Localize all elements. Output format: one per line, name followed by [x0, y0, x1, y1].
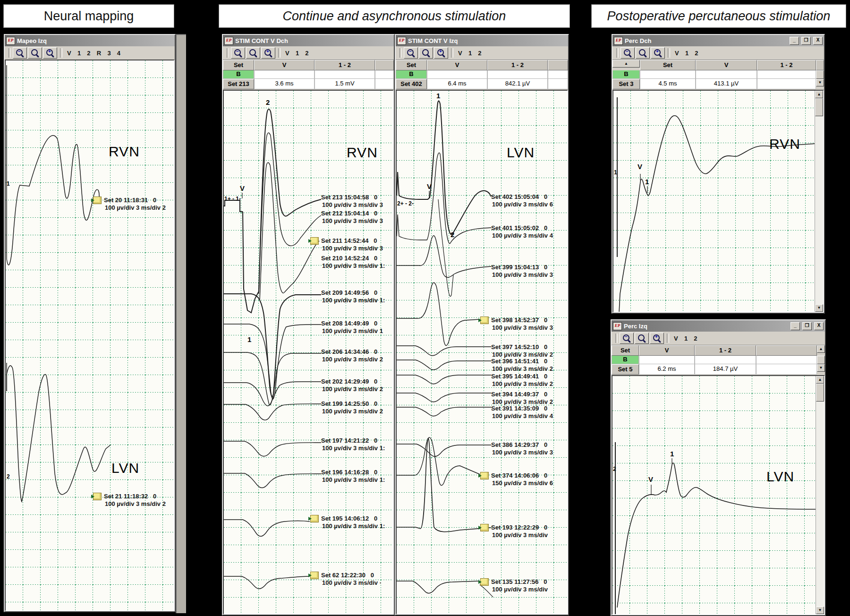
note-marker-icon[interactable]: [480, 578, 489, 586]
set-row-label[interactable]: Set 3: [612, 79, 640, 89]
latency-value: 6.4 ms: [427, 79, 487, 89]
annotation-scale-line: 100 µv/div 3 ms/div 6: [492, 201, 553, 208]
baseline-amp-cell: [696, 70, 757, 79]
col-header-v: V: [696, 60, 757, 70]
zoom-out-button[interactable]: −: [620, 333, 634, 344]
minimize-button[interactable]: _: [790, 322, 800, 330]
mapeo-plot-area[interactable]: 1 2 RVN LVN Set 20 11:18:31 0100 µv/div …: [5, 60, 175, 611]
zoom-out-button[interactable]: −: [231, 47, 245, 59]
mapeo-toolbar: − + V 1 2 R 3 4: [5, 46, 175, 60]
amplitude-value: 1.5 mV: [314, 79, 375, 89]
table-scroll-thumb[interactable]: [817, 356, 825, 364]
note-marker-icon[interactable]: [480, 317, 489, 324]
set-row-label[interactable]: Set 5: [612, 364, 639, 375]
perc-dch-grid-and-trace: [613, 91, 815, 313]
scroll-down-button[interactable]: ▼: [815, 304, 823, 312]
col-header-set: Set: [396, 60, 427, 70]
zoom-reset-button[interactable]: [28, 47, 42, 59]
close-button[interactable]: X: [814, 322, 824, 330]
zoom-out-button[interactable]: −: [620, 47, 635, 59]
perc-dch-toolbar: − + V 1 2: [612, 46, 824, 60]
perc-izq-measurement-table: Set V 1 - 2 ▲ B Set 5 6.2 ms 184.7 µV ▼: [612, 345, 825, 375]
set-blank-cell: [756, 364, 817, 375]
zoom-in-button[interactable]: +: [434, 47, 448, 59]
trace-annotation: Set 197 14:21:22 0100 µv/div 3 ms/div 1:: [321, 437, 385, 452]
note-marker-icon[interactable]: [310, 237, 319, 245]
note-marker-icon[interactable]: [310, 515, 319, 522]
perc-dch-titlebar[interactable]: EP Perc Dch _ ❐ X: [612, 35, 824, 46]
baseline-v-cell: [254, 70, 314, 79]
scroll-down-button[interactable]: ▼: [816, 607, 824, 614]
zoom-in-button[interactable]: +: [43, 47, 57, 59]
trough-2-marker: 2: [450, 231, 454, 239]
perc-dch-plot-area[interactable]: V 1 1 RVN ▲ ▼: [612, 90, 824, 313]
note-marker-icon[interactable]: [310, 572, 319, 579]
scroll-thumb[interactable]: [815, 98, 823, 116]
zoom-in-button[interactable]: +: [650, 333, 664, 344]
table-scroll-down-button[interactable]: ▼: [816, 79, 824, 86]
zoom-reset-button[interactable]: [419, 47, 433, 59]
annotation-scale-line: 100 µv/div 3 ms/div 3: [492, 324, 553, 332]
zoom-in-button[interactable]: +: [651, 47, 665, 59]
note-marker-icon[interactable]: [93, 493, 102, 500]
zoom-out-button[interactable]: −: [13, 47, 27, 59]
maximize-button[interactable]: ❐: [801, 37, 811, 45]
note-marker-icon[interactable]: [480, 472, 489, 479]
window-perc-izq: EP Perc Izq _ ❐ X − + V 1 2 Set V 1 - 2 …: [611, 319, 826, 616]
v-marker: V: [240, 184, 245, 192]
scroll-up-button[interactable]: ▲: [816, 376, 824, 384]
zoom-reset-button[interactable]: [636, 47, 650, 59]
annotation-scale-line: 100 µv/div 3 ms/div 3: [322, 201, 383, 209]
col-header-set: Set: [612, 345, 639, 356]
channel-buttons[interactable]: V 1 2: [285, 50, 310, 57]
stim-dch-toolbar: − + V 1 2: [223, 46, 394, 60]
set-row-label[interactable]: Set 213: [223, 79, 254, 89]
toolbar-separator: [667, 334, 669, 343]
perc-izq-plot-area[interactable]: V 1 2 LVN ▲ ▼: [612, 375, 825, 615]
stim-dch-titlebar[interactable]: EP STIM CONT V Dch: [223, 35, 394, 46]
channel-buttons[interactable]: V 1 2: [675, 50, 699, 57]
baseline-row-label[interactable]: B: [223, 70, 254, 79]
plot-vertical-scrollbar[interactable]: ▲ ▼: [816, 376, 824, 614]
table-scroll-up-button[interactable]: ▲: [612, 60, 640, 68]
col-header-blank: [548, 60, 568, 70]
maximize-button[interactable]: ❐: [802, 322, 812, 330]
annotation-scale-line: 100 µv/div 3 ms/div 1:: [322, 445, 385, 452]
stim-izq-titlebar[interactable]: EP STIM CONT V Izq: [396, 35, 568, 46]
table-scroll-thumb[interactable]: [816, 70, 824, 79]
annotation-scale-line: 100 µv/div 3 ms/div 2: [322, 356, 383, 363]
annotation-set-line: Set 399 15:04:13 0: [491, 264, 553, 271]
channel-1-marker: 1: [7, 180, 10, 187]
scroll-thumb[interactable]: [816, 384, 824, 402]
stim-izq-plot-area[interactable]: 1 V 2+ - 2- 2 LVN Set 402 15:05:04 0100 …: [396, 90, 568, 615]
trace-annotation: Set 386 14:29:37 0100 µv/div 3 ms/div 3: [491, 441, 553, 456]
minimize-button[interactable]: _: [790, 37, 799, 45]
channel-buttons[interactable]: V 1 2: [458, 50, 483, 57]
perc-izq-titlebar[interactable]: EP Perc Izq _ ❐ X: [612, 320, 825, 332]
zoom-in-button[interactable]: +: [261, 47, 275, 59]
set-row-label[interactable]: Set 402: [396, 79, 427, 89]
channel-buttons[interactable]: V 1 2: [674, 335, 698, 342]
scroll-up-button[interactable]: ▲: [815, 91, 823, 98]
channel-buttons[interactable]: V 1 2 R 3 4: [67, 50, 121, 57]
table-scroll-up-button[interactable]: ▲: [817, 345, 825, 353]
close-button[interactable]: X: [813, 37, 823, 45]
annotation-scale-line: 100 µv/div 3 ms/div 2: [105, 500, 166, 508]
table-scroll-down-button[interactable]: ▼: [817, 364, 825, 372]
note-marker-icon[interactable]: [93, 197, 102, 204]
stim-dch-plot-area[interactable]: 2 V 1+ - 1- 1 RVN Set 213 15:04:58 0100 …: [223, 90, 394, 615]
annotation-set-line: Set 397 14:52:10 0: [491, 343, 553, 351]
mapeo-titlebar[interactable]: EP Mapeo Izq: [5, 35, 175, 46]
baseline-v-cell: [427, 70, 487, 79]
zoom-reset-button[interactable]: [635, 333, 649, 344]
zoom-out-button[interactable]: −: [404, 47, 418, 59]
baseline-row-label[interactable]: B: [396, 70, 427, 79]
baseline-row-label[interactable]: B: [612, 356, 639, 364]
baseline-row-label[interactable]: B: [612, 70, 640, 79]
plot-vertical-scrollbar[interactable]: ▲ ▼: [815, 91, 823, 312]
v-marker: V: [638, 163, 642, 171]
note-marker-icon[interactable]: [480, 524, 489, 531]
latency-value: 4.5 ms: [640, 79, 696, 89]
channel-2-marker: 2: [7, 473, 10, 480]
zoom-reset-button[interactable]: [246, 47, 260, 59]
